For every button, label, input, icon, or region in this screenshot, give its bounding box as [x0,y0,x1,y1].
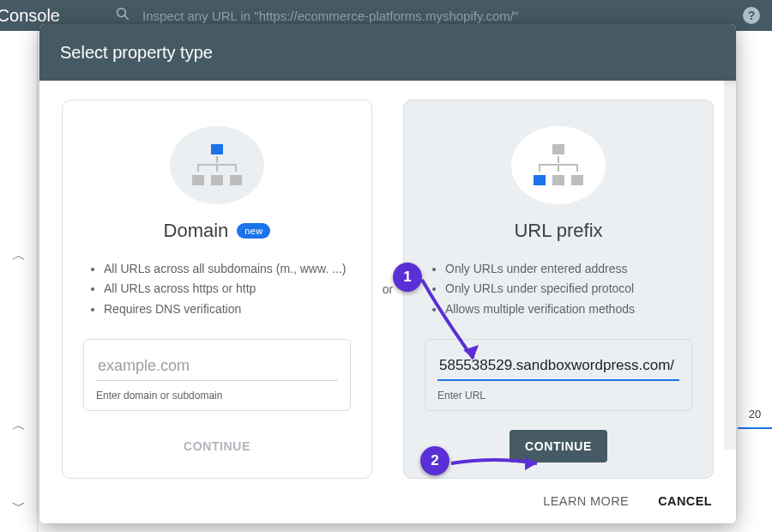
url-helper: Enter URL [437,390,679,402]
new-badge: new [237,223,270,239]
select-property-modal: Select property type Domain new All URLs… [39,24,736,523]
modal-title: Select property type [39,24,736,81]
svg-point-0 [118,8,126,16]
domain-continue-button[interactable]: CONTINUE [168,430,266,462]
domain-input[interactable] [96,354,338,381]
search-icon [115,6,130,26]
domain-card[interactable]: Domain new All URLs across all subdomain… [62,100,372,479]
help-icon[interactable]: ? [743,7,760,24]
domain-heading-text: Domain [164,220,229,242]
url-prefix-heading-text: URL prefix [514,220,602,242]
modal-body: Domain new All URLs across all subdomain… [39,81,736,479]
svg-marker-3 [525,456,537,470]
chevron-up-icon[interactable]: ︿ [12,247,26,265]
app-brand: Console [0,6,60,26]
url-prefix-heading: URL prefix [514,220,602,242]
domain-bullets: All URLs across all subdomains (m., www.… [87,259,347,320]
annotation-badge-2: 2 [420,446,449,475]
search-placeholder[interactable]: Inspect any URL in "https://ecommerce-pl… [142,9,518,23]
domain-helper: Enter domain or subdomain [96,390,338,402]
list-item: Requires DNS verification [104,299,347,320]
cancel-button[interactable]: CANCEL [658,494,712,508]
chevron-down-icon[interactable]: ﹀ [12,498,26,516]
annotation-arrow-1 [417,273,494,376]
list-item: All URLs across all subdomains (m., www.… [104,259,347,280]
modal-footer: LEARN MORE CANCEL [39,479,736,523]
domain-heading: Domain new [164,220,271,242]
date-tab[interactable]: 20 [738,386,772,429]
left-rail: ︿ ︿ ﹀ [0,31,38,532]
list-item: All URLs across https or http [104,279,347,299]
learn-more-button[interactable]: LEARN MORE [543,494,629,508]
svg-line-1 [124,15,129,20]
chevron-up-icon[interactable]: ︿ [12,417,26,435]
annotation-arrow-2 [448,451,551,477]
url-prefix-icon [511,126,606,204]
domain-input-wrap: Enter domain or subdomain [83,339,351,411]
domain-icon [170,126,264,204]
